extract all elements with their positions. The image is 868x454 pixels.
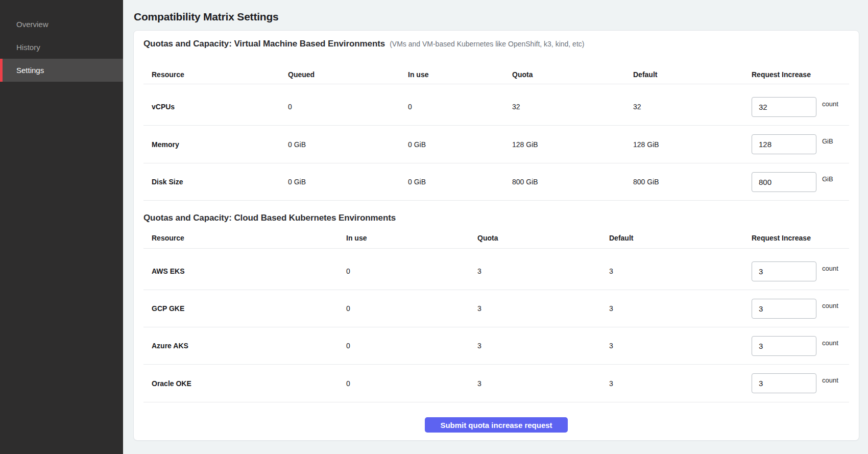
in-use-value: 0 [346,304,477,313]
column-header-quota: Quota [477,234,609,242]
sidebar: Overview History Settings [0,0,123,454]
aws-eks-request-input[interactable] [752,261,816,281]
default-value: 32 [633,103,752,111]
table-row-disk-size: Disk Size 0 GiB 0 GiB 800 GiB 800 GiB Gi… [143,163,849,201]
in-use-value: 0 GiB [408,140,512,149]
column-header-default: Default [609,234,752,242]
sidebar-item-settings[interactable]: Settings [0,59,123,82]
default-value: 3 [609,379,752,388]
in-use-value: 0 GiB [408,178,512,186]
table-row-vcpus: vCPUs 0 0 32 32 count [143,84,849,126]
sidebar-item-label: Overview [16,20,49,29]
quota-value: 3 [477,379,609,388]
resource-label: Azure AKS [152,342,346,350]
unit-label: GiB [822,175,833,183]
table-row-memory: Memory 0 GiB 0 GiB 128 GiB 128 GiB GiB [143,126,849,163]
default-value: 3 [609,304,752,313]
column-header-in-use: In use [408,70,512,79]
section-heading-text: Quotas and Capacity: Virtual Machine Bas… [143,39,385,49]
memory-request-input[interactable] [752,134,816,154]
vm-table-header: Resource Queued In use Quota Default Req… [143,52,849,84]
vcpus-request-input[interactable] [752,97,816,117]
unit-label: count [822,339,838,347]
section-heading-text: Quotas and Capacity: Cloud Based Kuberne… [143,213,396,223]
quota-value: 3 [477,304,609,313]
column-header-resource: Resource [152,70,288,79]
column-header-request-increase: Request Increase [752,234,849,242]
section-heading-vm: Quotas and Capacity: Virtual Machine Bas… [143,39,849,52]
table-row-aws-eks: AWS EKS 0 3 3 count [143,249,849,290]
disk-size-request-input[interactable] [752,172,816,192]
resource-label: Memory [152,140,288,149]
default-value: 3 [609,267,752,275]
default-value: 800 GiB [633,178,752,186]
quota-value: 32 [512,103,633,111]
unit-label: count [822,265,838,272]
resource-label: Oracle OKE [152,379,346,388]
in-use-value: 0 [346,342,477,350]
settings-card: Quotas and Capacity: Virtual Machine Bas… [133,30,859,441]
table-row-oracle-oke: Oracle OKE 0 3 3 count [143,365,849,402]
unit-label: count [822,302,838,309]
resource-label: Disk Size [152,178,288,186]
queued-value: 0 [288,103,408,111]
oracle-oke-request-input[interactable] [752,373,816,393]
default-value: 3 [609,342,752,350]
unit-label: GiB [822,137,833,145]
gcp-gke-request-input[interactable] [752,299,816,319]
section-subtitle: (VMs and VM-based Kubernetes like OpenSh… [390,40,584,48]
in-use-value: 0 [346,267,477,275]
column-header-request-increase: Request Increase [752,70,849,79]
resource-label: GCP GKE [152,304,346,313]
sidebar-item-history[interactable]: History [0,36,123,59]
column-header-in-use: In use [346,234,477,242]
main-content: Compatibility Matrix Settings Quotas and… [123,0,868,454]
in-use-value: 0 [346,379,477,388]
azure-aks-request-input[interactable] [752,336,816,356]
queued-value: 0 GiB [288,178,408,186]
section-heading-cloud: Quotas and Capacity: Cloud Based Kuberne… [143,213,849,226]
default-value: 128 GiB [633,140,752,149]
in-use-value: 0 [408,103,512,111]
resource-label: AWS EKS [152,267,346,275]
quota-value: 128 GiB [512,140,633,149]
column-header-quota: Quota [512,70,633,79]
sidebar-item-label: History [16,43,40,52]
table-row-gcp-gke: GCP GKE 0 3 3 count [143,290,849,327]
column-header-resource: Resource [152,234,346,242]
resource-label: vCPUs [152,103,288,111]
sidebar-item-overview[interactable]: Overview [0,13,123,36]
sidebar-item-label: Settings [16,66,44,75]
unit-label: count [822,100,838,108]
page-title: Compatibility Matrix Settings [134,11,859,23]
quota-value: 3 [477,267,609,275]
quota-value: 3 [477,342,609,350]
quota-value: 800 GiB [512,178,633,186]
column-header-queued: Queued [288,70,408,79]
submit-quota-increase-button[interactable]: Submit quota increase request [425,417,568,433]
unit-label: count [822,376,838,384]
card-footer: Submit quota increase request [143,402,849,441]
queued-value: 0 GiB [288,140,408,149]
column-header-default: Default [633,70,752,79]
table-row-azure-aks: Azure AKS 0 3 3 count [143,327,849,365]
cloud-table-header: Resource In use Quota Default Request In… [143,226,849,249]
